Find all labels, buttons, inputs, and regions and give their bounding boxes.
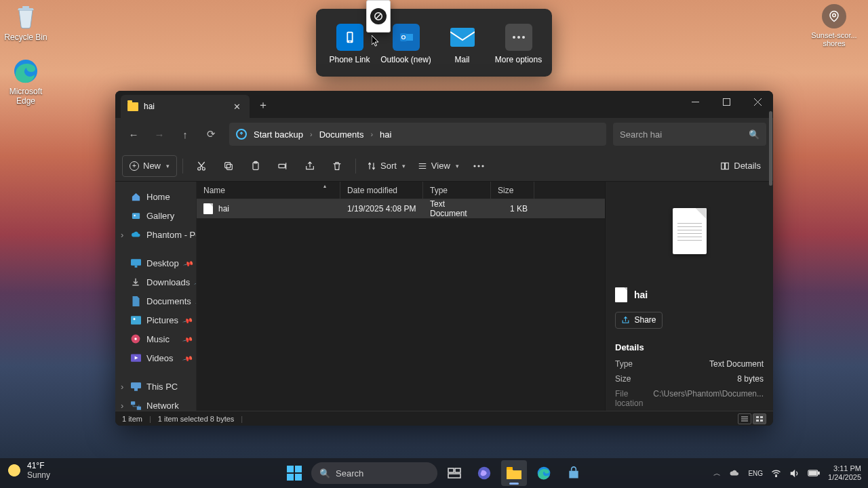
file-row[interactable]: hai 1/19/2025 4:08 PM Text Document 1 KB (197, 199, 605, 218)
tray-onedrive-icon[interactable] (729, 470, 740, 477)
tab-hai[interactable]: hai ✕ (121, 95, 250, 118)
search-input[interactable]: Search hai 🔍 (613, 123, 766, 146)
nav-pictures[interactable]: Pictures📌 (115, 310, 196, 329)
chevron-down-icon: ▾ (456, 163, 459, 169)
share-option-more[interactable]: More options (492, 24, 546, 64)
share-button[interactable]: Share (615, 312, 663, 329)
nav-desktop[interactable]: Desktop📌 (115, 253, 196, 272)
status-item-count: 1 item (122, 415, 142, 423)
svg-rect-47 (287, 474, 294, 481)
more-button[interactable] (466, 155, 492, 177)
taskbar-store[interactable] (561, 460, 587, 486)
column-size[interactable]: Size (491, 182, 534, 199)
close-button[interactable] (742, 91, 773, 113)
taskbar-copilot[interactable] (471, 460, 497, 486)
maximize-button[interactable] (711, 91, 742, 113)
desktop-icon-recycle-bin[interactable]: Recycle Bin (1, 3, 50, 42)
rename-button[interactable] (270, 155, 296, 177)
svg-rect-45 (287, 466, 294, 472)
view-large-button[interactable] (753, 413, 766, 424)
tray-battery-icon[interactable] (808, 470, 820, 476)
svg-point-23 (473, 165, 475, 167)
mail-icon (449, 24, 476, 51)
breadcrumb-documents[interactable]: Documents (318, 129, 366, 140)
nav-music[interactable]: Music📌 (115, 329, 196, 348)
svg-rect-41 (756, 416, 759, 418)
svg-rect-0 (22, 6, 29, 8)
new-tab-button[interactable]: ＋ (254, 98, 273, 113)
share-option-mail[interactable]: Mail (435, 24, 490, 64)
tray-language[interactable]: ENG (748, 470, 763, 477)
nav-downloads[interactable]: Downloads📌 (115, 272, 196, 291)
svg-point-33 (133, 318, 135, 320)
breadcrumb-hai[interactable]: hai (378, 129, 393, 140)
svg-rect-39 (131, 401, 135, 405)
copy-button[interactable] (216, 155, 241, 177)
weather-sun-icon (7, 463, 22, 478)
desktop-news-widget[interactable]: Sunset-scor... shores (806, 4, 863, 47)
back-button[interactable]: ← (122, 123, 145, 146)
column-date[interactable]: Date modified (340, 182, 423, 199)
cut-button[interactable] (189, 155, 214, 177)
edge-icon (12, 57, 40, 85)
share-button[interactable] (297, 155, 323, 177)
nav-gallery[interactable]: Gallery (115, 206, 196, 225)
svg-text:O: O (401, 34, 406, 41)
svg-point-25 (481, 165, 484, 167)
tray-network-icon[interactable] (771, 469, 781, 477)
chevron-right-icon: › (370, 130, 373, 138)
breadcrumb-backup[interactable]: Start backup (252, 129, 304, 140)
forward-button[interactable]: → (148, 123, 171, 146)
sort-button[interactable]: Sort ▾ (361, 155, 411, 177)
minimize-button[interactable] (679, 91, 711, 113)
phone-link-icon (336, 24, 363, 51)
nav-this-pc[interactable]: This PC (115, 377, 196, 396)
titlebar[interactable]: hai ✕ ＋ (115, 91, 773, 118)
view-details-button[interactable] (738, 413, 751, 424)
taskbar-explorer[interactable] (501, 460, 527, 486)
downloads-icon (130, 277, 141, 287)
svg-rect-22 (279, 164, 285, 167)
address-bar[interactable]: Start backup › Documents › hai (229, 123, 606, 146)
taskbar-clock[interactable]: 3:11 PM 1/24/2025 (828, 464, 861, 482)
task-view-button[interactable] (441, 460, 467, 486)
svg-point-35 (134, 338, 137, 340)
system-tray[interactable]: ︿ ENG 3:11 PM 1/24/2025 (713, 458, 861, 488)
taskbar-edge[interactable] (531, 460, 557, 486)
pin-icon: 📌 (183, 258, 194, 268)
svg-point-12 (522, 36, 525, 39)
taskbar[interactable]: 41°F Sunny 🔍 Search ︿ ENG 3:11 PM 1/24/2… (0, 458, 868, 488)
tab-close-button[interactable]: ✕ (231, 102, 243, 112)
svg-rect-38 (134, 388, 138, 391)
refresh-button[interactable]: ⟳ (199, 123, 222, 146)
view-button[interactable]: View ▾ (412, 155, 465, 177)
start-button[interactable] (281, 460, 307, 486)
svg-rect-48 (295, 474, 302, 481)
navigation-pane[interactable]: Home Gallery Phantom - Persc Desktop📌 Do… (115, 182, 197, 411)
svg-point-2 (833, 14, 836, 17)
nav-videos[interactable]: Videos📌 (115, 348, 196, 367)
sort-asc-icon: ▴ (323, 183, 326, 189)
tray-volume-icon[interactable] (789, 469, 800, 478)
delete-button[interactable] (324, 155, 350, 177)
nav-onedrive[interactable]: Phantom - Persc (115, 225, 196, 244)
column-type[interactable]: Type (423, 182, 491, 199)
svg-rect-44 (760, 420, 763, 422)
file-list[interactable]: Name▴ Date modified Type Size hai 1/19/2… (197, 182, 605, 411)
details-filename: hai (606, 281, 773, 309)
taskbar-weather[interactable]: 41°F Sunny (7, 461, 50, 480)
nav-network[interactable]: Network (115, 396, 196, 411)
up-button[interactable]: ↑ (174, 123, 197, 146)
taskbar-search[interactable]: 🔍 Search (311, 462, 437, 484)
details-toggle[interactable]: Details (715, 155, 766, 177)
new-button[interactable]: + New ▾ (122, 155, 177, 177)
nav-documents[interactable]: Documents📌 (115, 291, 196, 310)
desktop-icon-microsoft-edge[interactable]: Microsoft Edge (1, 57, 50, 106)
column-name[interactable]: Name▴ (197, 182, 340, 199)
search-icon: 🔍 (319, 468, 330, 479)
paste-button[interactable] (243, 155, 269, 177)
details-pane: hai Share Details TypeText Document Size… (605, 182, 773, 411)
tray-chevron-up-icon[interactable]: ︿ (713, 468, 721, 479)
outlook-icon: O (393, 24, 420, 51)
nav-home[interactable]: Home (115, 187, 196, 206)
